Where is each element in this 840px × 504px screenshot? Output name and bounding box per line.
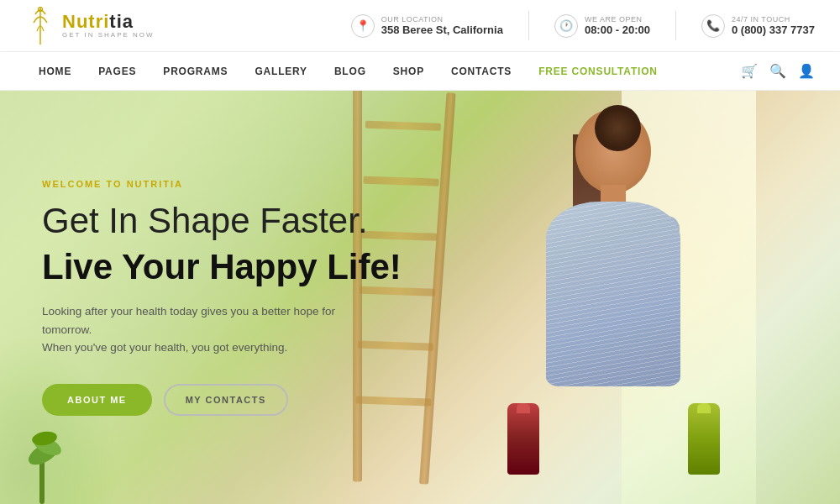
nav-item-blog[interactable]: BLOG xyxy=(321,52,380,91)
shirt-stripes xyxy=(546,202,680,386)
location-label: OUR LOCATION xyxy=(381,15,503,24)
clock-icon: 🕐 xyxy=(554,14,578,38)
hero-buttons: ABOUT ME MY CONTACTS xyxy=(42,384,420,416)
nav-item-programs[interactable]: PROGRAMS xyxy=(150,52,241,91)
phone-texts: 24/7 IN TOUCH 0 (800) 337 7737 xyxy=(732,15,815,36)
logo-tagline: GET IN SHAPE NOW xyxy=(62,32,155,39)
nav-item-consultation[interactable]: FREE CONSULTATION xyxy=(525,52,671,91)
my-contacts-button[interactable]: MY CONTACTS xyxy=(164,384,288,416)
logo-icon xyxy=(25,4,55,48)
location-texts: OUR LOCATION 358 Beree St, California xyxy=(381,15,503,36)
bottle-left xyxy=(500,403,546,487)
nav-item-contacts[interactable]: CONTACTS xyxy=(438,52,525,91)
nav-link-blog[interactable]: BLOG xyxy=(321,52,380,91)
phone-value: 0 (800) 337 7737 xyxy=(732,24,815,36)
nav-item-shop[interactable]: SHOP xyxy=(380,52,438,91)
nav-link-home[interactable]: HOME xyxy=(25,52,85,91)
nav-item-gallery[interactable]: GALLERY xyxy=(241,52,321,91)
top-bar: Nutritia GET IN SHAPE NOW 📍 OUR LOCATION… xyxy=(0,0,840,52)
location-info: 📍 OUR LOCATION 358 Beree St, California xyxy=(351,14,503,38)
cart-icon[interactable]: 🛒 xyxy=(741,63,758,79)
phone-icon: 📞 xyxy=(701,14,725,38)
hero-section: WELCOME TO NUTRITIA Get In Shape Faster.… xyxy=(0,91,840,504)
nav-link-consultation[interactable]: FREE CONSULTATION xyxy=(525,52,671,91)
nav-link-pages[interactable]: PAGES xyxy=(85,52,150,91)
about-me-button[interactable]: ABOUT ME xyxy=(42,384,152,416)
nav-link-contacts[interactable]: CONTACTS xyxy=(438,52,525,91)
hours-texts: WE ARE OPEN 08:00 - 20:00 xyxy=(585,15,650,36)
person-hair-bun xyxy=(595,105,641,151)
logo[interactable]: Nutritia GET IN SHAPE NOW xyxy=(25,4,176,48)
divider-1 xyxy=(528,11,529,40)
location-value: 358 Beree St, California xyxy=(381,24,503,36)
person-area xyxy=(454,101,773,504)
nav-items: HOME PAGES PROGRAMS GALLERY BLOG SHOP CO… xyxy=(25,52,671,91)
hero-description: Looking after your health today gives yo… xyxy=(42,302,361,357)
logo-name: Nutritia xyxy=(62,12,155,32)
top-info: 📍 OUR LOCATION 358 Beree St, California … xyxy=(351,11,815,40)
user-icon[interactable]: 👤 xyxy=(798,63,815,79)
phone-label: 24/7 IN TOUCH xyxy=(732,15,815,24)
hero-content: WELCOME TO NUTRITIA Get In Shape Faster.… xyxy=(0,91,462,504)
nav-link-shop[interactable]: SHOP xyxy=(380,52,438,91)
person-torso xyxy=(546,202,680,386)
search-icon[interactable]: 🔍 xyxy=(769,63,786,79)
divider-2 xyxy=(675,11,676,40)
hours-info: 🕐 WE ARE OPEN 08:00 - 20:00 xyxy=(554,14,650,38)
logo-text: Nutritia GET IN SHAPE NOW xyxy=(62,12,155,39)
nav-right-icons: 🛒 🔍 👤 xyxy=(741,63,815,79)
location-icon: 📍 xyxy=(351,14,375,38)
nav-link-gallery[interactable]: GALLERY xyxy=(241,52,321,91)
hours-value: 08:00 - 20:00 xyxy=(585,24,650,36)
hours-label: WE ARE OPEN xyxy=(585,15,650,24)
bottle-right xyxy=(680,403,727,487)
nav-link-programs[interactable]: PROGRAMS xyxy=(150,52,241,91)
nav-item-home[interactable]: HOME xyxy=(25,52,85,91)
phone-info: 📞 24/7 IN TOUCH 0 (800) 337 7737 xyxy=(701,14,815,38)
nav-bar: HOME PAGES PROGRAMS GALLERY BLOG SHOP CO… xyxy=(0,52,840,91)
nav-item-pages[interactable]: PAGES xyxy=(85,52,150,91)
hero-headline-2: Live Your Happy Life! xyxy=(42,247,420,287)
hero-welcome: WELCOME TO NUTRITIA xyxy=(42,179,420,189)
hero-headline-1: Get In Shape Faster. xyxy=(42,201,420,241)
